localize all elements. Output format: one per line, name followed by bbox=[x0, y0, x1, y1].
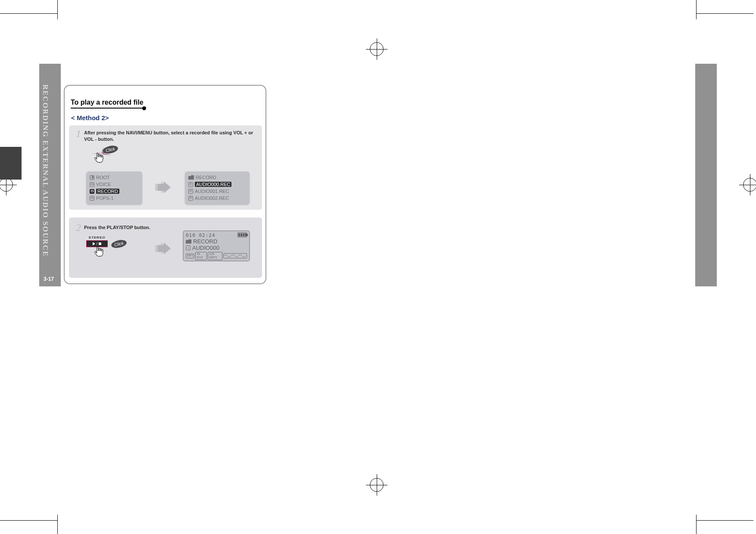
step-number: 2 bbox=[76, 222, 81, 233]
playback-header: 010 02:24 bbox=[186, 233, 247, 238]
crop-mark bbox=[0, 13, 57, 14]
registration-mark bbox=[370, 42, 384, 56]
section-title-text: To play a recorded file bbox=[71, 99, 144, 108]
kbps-chip: 128 KBPS bbox=[208, 252, 222, 260]
crop-mark bbox=[696, 13, 753, 14]
list-item: RECORD bbox=[188, 174, 246, 181]
playback-file: AUDIO000 bbox=[192, 245, 219, 251]
registration-mark bbox=[370, 478, 384, 492]
step-block-1: 1 After pressing the NAVI/MENU button, s… bbox=[69, 125, 262, 210]
item-label-selected: RECORD bbox=[96, 189, 119, 194]
crop-mark bbox=[57, 0, 58, 19]
section-underline bbox=[71, 108, 143, 109]
playback-info-row: MP3 44 KHZ 128 KBPS bbox=[186, 252, 247, 260]
step-instruction: Press the PLAY/STOP button. bbox=[84, 224, 170, 231]
list-item: ◨ROOT bbox=[90, 174, 139, 181]
list-item: RAUDIO000.REC bbox=[188, 181, 246, 188]
playback-file-row: ♪AUDIO000 bbox=[186, 245, 247, 251]
step-instruction: After pressing the NAVI/MENU button, sel… bbox=[84, 130, 256, 143]
list-item: 🗀RECORD bbox=[90, 188, 139, 195]
flow-arrow-icon bbox=[155, 181, 171, 193]
step-block-2: 2 Press the PLAY/STOP button. STEREO / C… bbox=[69, 217, 262, 278]
playback-folder: RECORD bbox=[193, 238, 217, 245]
stereo-label: STEREO bbox=[86, 236, 108, 239]
lcd-screen-folders: ◨ROOT 🗀VOICE 🗀RECORD 🗀POPS-1 bbox=[86, 171, 142, 204]
item-label: VOICE bbox=[96, 182, 111, 187]
playback-counter: 010 02:24 bbox=[186, 233, 216, 238]
svg-marker-9 bbox=[158, 242, 171, 255]
lcd-screen-playback: 010 02:24 RECORD ♪AUDIO000 MP3 44 KHZ 12… bbox=[183, 230, 250, 261]
folder-icon: 🗀 bbox=[90, 189, 94, 194]
step-number: 1 bbox=[76, 128, 81, 140]
crop-mark bbox=[696, 0, 697, 19]
item-label: ROOT bbox=[96, 175, 110, 180]
list-item: 🗀VOICE bbox=[90, 181, 139, 188]
section-tab-title: RECORDING EXTERNAL AUDIO SOURCE bbox=[41, 84, 50, 257]
playback-folder-row: RECORD bbox=[186, 238, 247, 245]
item-label-selected: AUDIO000.REC bbox=[195, 182, 231, 187]
crop-mark bbox=[57, 515, 58, 534]
page-number: 3-17 bbox=[44, 276, 54, 282]
list-item: RAUDIO001.REC bbox=[188, 188, 246, 195]
file-icon: R bbox=[188, 189, 193, 194]
click-badge: Click bbox=[111, 239, 127, 249]
note-icon: ♪ bbox=[186, 245, 191, 250]
slash-icon: / bbox=[97, 242, 98, 246]
hand-cursor-icon bbox=[94, 246, 103, 259]
crop-mark bbox=[696, 520, 753, 521]
khz-chip: 44 KHZ bbox=[195, 252, 207, 260]
stereo-control: STEREO / bbox=[86, 236, 108, 247]
folder-icon: 🗀 bbox=[90, 182, 94, 187]
sidebar-accent bbox=[0, 147, 22, 180]
item-label: AUDIO002.REC bbox=[195, 196, 229, 201]
section-heading: To play a recorded file bbox=[71, 99, 144, 108]
file-icon: R bbox=[188, 182, 193, 187]
crop-mark bbox=[0, 520, 57, 521]
registration-mark bbox=[0, 178, 13, 192]
battery-icon bbox=[237, 233, 247, 237]
waveform-icon bbox=[223, 253, 247, 258]
drive-icon: ◨ bbox=[90, 175, 94, 180]
folder-open-icon bbox=[188, 175, 194, 180]
content-panel: To play a recorded file < Method 2> 1 Af… bbox=[64, 85, 266, 284]
crop-mark bbox=[696, 515, 697, 534]
item-label: AUDIO001.REC bbox=[195, 189, 229, 194]
item-label: RECORD bbox=[196, 175, 216, 180]
codec-chip: MP3 bbox=[186, 254, 194, 258]
section-subhead: < Method 2> bbox=[71, 114, 109, 121]
section-dot-icon bbox=[142, 106, 146, 110]
flow-arrow-icon bbox=[155, 242, 171, 255]
registration-mark bbox=[743, 178, 756, 192]
play-icon bbox=[93, 242, 95, 245]
folder-icon: 🗀 bbox=[90, 196, 94, 201]
right-margin-block bbox=[695, 64, 717, 286]
hand-cursor-icon bbox=[94, 152, 103, 165]
folder-open-icon bbox=[186, 239, 191, 244]
file-icon: R bbox=[188, 196, 193, 201]
stop-icon bbox=[99, 242, 101, 245]
svg-marker-7 bbox=[158, 181, 171, 193]
lcd-screen-files: RECORD RAUDIO000.REC RAUDIO001.REC RAUDI… bbox=[185, 171, 250, 204]
list-item: RAUDIO002.REC bbox=[188, 195, 246, 202]
list-item: 🗀POPS-1 bbox=[90, 195, 139, 202]
item-label: POPS-1 bbox=[96, 196, 113, 201]
